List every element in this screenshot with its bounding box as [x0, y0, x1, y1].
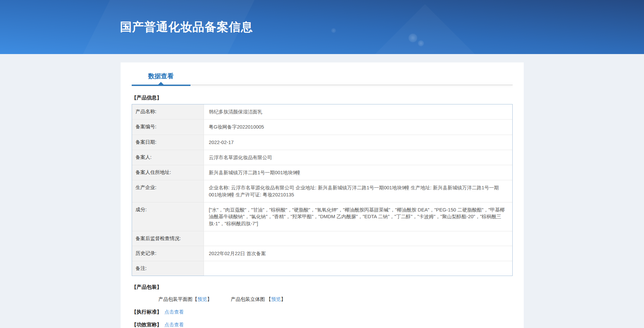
row-label: 备案人: [132, 150, 204, 165]
section-product-info-title: 【产品信息】 [132, 95, 513, 101]
content-card: 数据查看 【产品信息】 产品名称: 韩纪多肽清颜保湿洁面乳 备案编号: 粤G妆网… [121, 62, 524, 328]
packaging-flat-label: 产品包装平面图 [159, 296, 193, 302]
row-label: 备案人住所地址: [132, 165, 204, 180]
tab-bar: 数据查看 [132, 62, 513, 85]
tab-active-arrow-icon [158, 82, 164, 85]
tab-data-view-label: 数据查看 [132, 72, 190, 81]
executive-standard-view-link[interactable]: 点击查看 [165, 309, 184, 315]
row-label: 成分: [132, 202, 204, 231]
row-value: 2022年02月22日 首次备案 [204, 246, 512, 261]
header-decoration-square [370, 4, 479, 54]
packaging-stereo-preview-link[interactable]: 预览 [271, 296, 281, 302]
tab-data-view[interactable]: 数据查看 [132, 62, 190, 85]
packaging-flat-item: 产品包装平面图【预览】 [159, 296, 212, 302]
packaging-preview-row: 产品包装平面图【预览】 产品包装立体图 【预览】 [132, 296, 513, 302]
row-value: 云浮市名草源化妆品有限公司 [204, 150, 512, 165]
header-decoration-dot [409, 34, 417, 42]
header-decoration-dot [418, 40, 424, 46]
row-value: 2022-02-17 [204, 135, 512, 150]
row-value: 新兴县新城镇万洋二路1号一期001地块9幢 [204, 165, 512, 180]
row-value [204, 231, 512, 246]
header-decoration-dot [331, 28, 336, 33]
tab-active-underline [132, 85, 190, 86]
row-value: ["水"，"肉豆蔻酸"，"甘油"，"棕榈酸"，"硬脂酸"，"氢氧化钾"，"椰油酰… [204, 202, 512, 231]
row-label: 备案日期: [132, 135, 204, 150]
row-value: 粤G妆网备字2022010005 [204, 120, 512, 134]
table-row: 备注: [132, 261, 512, 276]
executive-standard-row: 【执行标准】点击查看 [132, 309, 513, 315]
page-title: 国产普通化妆品备案信息 [120, 19, 253, 35]
table-row: 备案人: 云浮市名草源化妆品有限公司 [132, 150, 512, 165]
efficacy-claim-label: 【功效宣称】 [132, 322, 162, 327]
packaging-flat-preview-link[interactable]: 预览 [198, 296, 207, 302]
bracket-close: 】 [281, 296, 286, 302]
executive-standard-label: 【执行标准】 [132, 309, 162, 315]
bracket-open: 【 [192, 296, 198, 302]
row-value: 韩纪多肽清颜保湿洁面乳 [204, 104, 512, 119]
row-label: 产品名称: [132, 104, 204, 119]
section-product-packaging-title: 【产品包装】 [132, 284, 513, 290]
bracket-open: 【 [266, 296, 271, 302]
efficacy-claim-view-link[interactable]: 点击查看 [165, 322, 184, 327]
page-header: 国产普通化妆品备案信息 [0, 0, 644, 54]
row-label: 备注: [132, 261, 204, 276]
product-info-table: 产品名称: 韩纪多肽清颜保湿洁面乳 备案编号: 粤G妆网备字2022010005… [132, 104, 513, 276]
efficacy-claim-row: 【功效宣称】点击查看 [132, 322, 513, 328]
bracket-close: 】 [207, 296, 212, 302]
table-row: 备案人住所地址: 新兴县新城镇万洋二路1号一期001地块9幢 [132, 165, 512, 180]
table-row: 备案后监督检查情况: [132, 231, 512, 246]
row-label: 历史记录: [132, 246, 204, 261]
row-value: 企业名称: 云浮市名草源化妆品有限公司 企业地址: 新兴县新城镇万洋二路1号一期… [204, 180, 512, 202]
row-label: 备案编号: [132, 120, 204, 134]
table-row: 产品名称: 韩纪多肽清颜保湿洁面乳 [132, 104, 512, 120]
table-row: 成分: ["水"，"肉豆蔻酸"，"甘油"，"棕榈酸"，"硬脂酸"，"氢氧化钾"，… [132, 202, 512, 231]
table-row: 生产企业: 企业名称: 云浮市名草源化妆品有限公司 企业地址: 新兴县新城镇万洋… [132, 180, 512, 202]
table-row: 历史记录: 2022年02月22日 首次备案 [132, 246, 512, 261]
table-row: 备案编号: 粤G妆网备字2022010005 [132, 120, 512, 135]
packaging-stereo-item: 产品包装立体图 【预览】 [231, 296, 286, 302]
row-label: 备案后监督检查情况: [132, 231, 204, 246]
row-label: 生产企业: [132, 180, 204, 202]
packaging-stereo-label: 产品包装立体图 [231, 296, 266, 302]
table-row: 备案日期: 2022-02-17 [132, 135, 512, 150]
row-value [204, 261, 512, 276]
